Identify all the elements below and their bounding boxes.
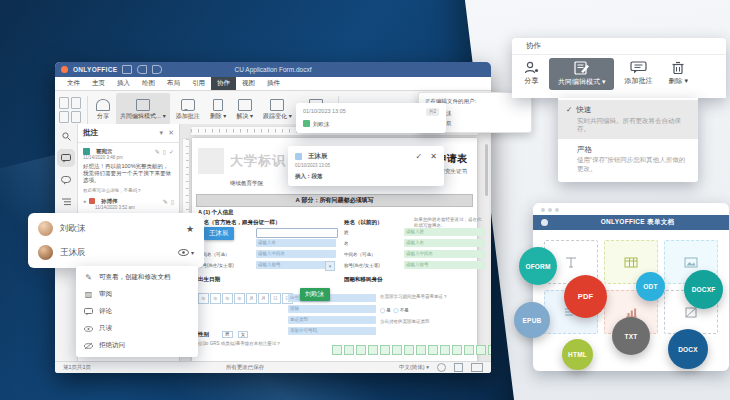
coedit-option-fast[interactable]: ✓快速 实时共同编辑。所有更改将会自动保存。	[558, 100, 698, 139]
tab-file[interactable]: 文件	[61, 77, 86, 90]
popup-add-comment-label: 添加批注	[624, 76, 652, 86]
field-input-prev-middlename[interactable]: 请输入中间名	[404, 250, 486, 258]
share-user-row-1[interactable]: 刘欧沫 ★	[38, 221, 194, 236]
comment-bubble-icon	[630, 61, 647, 74]
cut-icon[interactable]	[71, 97, 81, 109]
copy-icon[interactable]	[59, 111, 69, 123]
reply-delete-icon[interactable]: ▯	[171, 198, 174, 205]
tab-plugins[interactable]: 插件	[261, 77, 286, 90]
field-input-prev-givenname[interactable]: 请输入名	[404, 239, 486, 247]
language-selector[interactable]: 中文(简体) ▾	[399, 364, 429, 371]
change-user-color	[303, 120, 310, 127]
scrollbar-thumb[interactable]	[485, 144, 488, 196]
reject-change-icon[interactable]: ✕	[430, 152, 437, 161]
tab-view[interactable]: 视图	[236, 77, 261, 90]
popup-add-comment-button[interactable]: 添加批注	[618, 58, 658, 90]
coedit-mode-button[interactable]: 共同编辑模式... ▾	[116, 93, 170, 127]
menu-item-comment[interactable]: 评论	[76, 303, 198, 320]
popup-coedit-button[interactable]: 共同编辑模式 ▾	[549, 58, 614, 90]
comment-delete-icon[interactable]: ▯	[163, 148, 166, 155]
dob-box[interactable]: 月	[246, 293, 257, 304]
accept-change-icon[interactable]: ✓	[416, 152, 423, 161]
comments-panel-icon[interactable]	[60, 152, 72, 164]
field-input-nationality[interactable]: 国籍	[288, 305, 376, 313]
dob-box[interactable]: 年	[234, 293, 245, 304]
comments-close-icon[interactable]: ✕	[168, 129, 174, 137]
navigation-icon[interactable]	[60, 196, 72, 208]
permission-eye-dropdown[interactable]: ▾	[178, 249, 194, 256]
redo-icon[interactable]	[152, 65, 162, 74]
radio-no-label[interactable]: 不是	[400, 308, 409, 313]
visa-radios[interactable]: ◯ 是 ◯ 不是	[380, 308, 409, 314]
comment-thread[interactable]: 霍宛云 ✎ ▯ ✓ 11/14/2020 3:48 pm 好想法！再以前100%…	[78, 143, 179, 211]
share-user-row-2[interactable]: 王沐辰 ▾	[38, 245, 194, 260]
chat-icon[interactable]	[60, 174, 72, 186]
search-icon[interactable]	[60, 130, 72, 142]
coedit-mode-icon	[574, 61, 590, 75]
track-changes-button[interactable]: 跟踪变化 ▾	[259, 93, 296, 127]
menu-item-readonly[interactable]: 只读	[76, 320, 198, 337]
name-note: 如果您的姓名曾经更改过，请在此处填写曾用名。	[414, 217, 484, 228]
tab-insert[interactable]: 插入	[111, 77, 136, 90]
menu-item-full-access[interactable]: ✎ 可查看，创建和修改文档	[76, 269, 198, 286]
coedit-option-strict[interactable]: 严格 使用“保存”按钮同步您和其他人所做的更改。	[558, 139, 698, 181]
dob-box[interactable]: 月	[258, 293, 269, 304]
field-input-permit[interactable]: 居留许可号码	[288, 327, 376, 335]
popup-share-button[interactable]: 分享	[518, 58, 545, 90]
fit-page-icon[interactable]	[454, 363, 463, 372]
dob-box[interactable]: 年	[210, 293, 221, 304]
add-comment-button[interactable]: 添加批注	[172, 93, 204, 127]
popup-share-label: 分享	[525, 76, 539, 86]
mini-window-header: ONLYOFFICE 表单文档	[533, 215, 729, 230]
delete-comments-button[interactable]: 删除 ▾	[206, 93, 231, 127]
window-titlebar[interactable]: ONLYOFFICE CU Application Form.docxf	[55, 62, 491, 77]
dob-box[interactable]: 年	[222, 293, 233, 304]
radio-yes-label[interactable]: 是	[386, 308, 391, 313]
tab-collaboration[interactable]: 协作	[211, 77, 236, 90]
undo-icon[interactable]	[137, 65, 147, 74]
menu-item-label: 只读	[99, 324, 112, 333]
menu-item-review[interactable]: ▨ 审阅	[76, 286, 198, 303]
field-input-givenname[interactable]: 请输入名	[256, 239, 336, 247]
tab-home[interactable]: 主页	[86, 77, 111, 90]
zoom-controls-icon[interactable]	[471, 363, 483, 372]
cursor-label-blue-user: 王沐辰	[204, 227, 234, 240]
comments-sort-icon[interactable]: ▾	[160, 129, 164, 137]
field-input-prev-title[interactable]: 请输入称号	[404, 261, 486, 269]
share-user-1-name: 刘欧沫	[60, 223, 86, 234]
male-checkbox[interactable]: 男	[222, 331, 233, 338]
paste-icon[interactable]	[59, 97, 69, 109]
field-input-title[interactable]: 请输入称号	[256, 261, 328, 269]
field-input-prev-surname[interactable]: 请输入姓	[404, 228, 486, 236]
popup-delete-button[interactable]: 删除 ▾	[662, 58, 693, 90]
tab-references[interactable]: 引用	[186, 77, 211, 90]
resolve-button[interactable]: 解决 ▾	[232, 93, 257, 127]
field-label: 中间名（可选）	[344, 252, 376, 258]
field-input-middlename[interactable]: 请输入中间名	[256, 250, 336, 258]
dob-box[interactable]: 日	[270, 293, 281, 304]
collab-tab-label[interactable]: 协作	[526, 41, 541, 51]
saved-status: 所有更改已保存	[226, 364, 265, 371]
comment-resolve-icon[interactable]: ✓	[169, 148, 174, 155]
coedit-icon	[136, 99, 150, 111]
page-indicator: 第1页共1页	[63, 364, 91, 371]
dob-boxes[interactable]: 年年年年月月日日	[198, 286, 294, 304]
spellcheck-icon[interactable]	[437, 363, 446, 372]
gender-options[interactable]: 男 女	[222, 332, 248, 338]
female-checkbox[interactable]: 女	[238, 331, 249, 338]
copystyle-icon[interactable]	[71, 111, 81, 123]
dob-box[interactable]: 年	[198, 293, 209, 304]
coedit-mode-dropdown: ✓快速 实时共同编辑。所有更改将会自动保存。 严格 使用“保存”按钮同步您和其他…	[558, 98, 698, 182]
field-input-visa-type[interactable]: 签证类型	[288, 316, 376, 324]
reply-edit-icon[interactable]: ✎	[163, 198, 168, 205]
comment-edit-icon[interactable]: ✎	[155, 148, 160, 155]
share-user-2-name: 王沐辰	[60, 247, 86, 258]
field-input-surname[interactable]	[256, 228, 338, 238]
tab-draw[interactable]: 绘图	[136, 77, 161, 90]
tab-layout[interactable]: 布局	[161, 77, 186, 90]
share-button[interactable]: 分享	[92, 93, 114, 127]
save-icon[interactable]	[122, 65, 132, 74]
green-box-row[interactable]	[332, 341, 491, 359]
menu-item-deny[interactable]: 拒绝访问	[76, 337, 198, 354]
title-dropdown-caret[interactable]: ▾	[325, 261, 335, 271]
